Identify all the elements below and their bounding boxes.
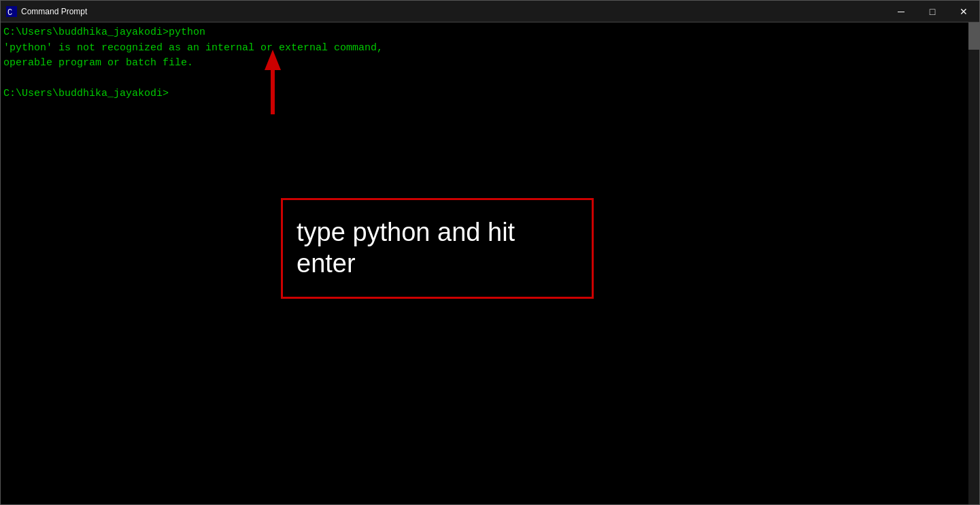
instruction-text: type python and hit enter xyxy=(297,217,578,279)
window-controls: ─ □ ✕ xyxy=(885,1,979,22)
svg-text:C: C xyxy=(7,8,12,17)
maximize-button[interactable]: □ xyxy=(917,1,948,22)
terminal-line-4 xyxy=(3,71,977,87)
window-title: Command Prompt xyxy=(21,7,974,16)
terminal-body[interactable]: C:\Users\buddhika_jayakodi>python 'pytho… xyxy=(1,22,979,504)
command-prompt-window: C Command Prompt ─ □ ✕ C:\Users\buddhika… xyxy=(0,0,980,505)
terminal-line-1: C:\Users\buddhika_jayakodi>python xyxy=(3,25,977,41)
cmd-icon: C xyxy=(6,6,17,17)
scrollbar-thumb[interactable] xyxy=(968,22,979,50)
terminal-line-2: 'python' is not recognized as an interna… xyxy=(3,41,977,56)
minimize-button[interactable]: ─ xyxy=(885,1,917,22)
close-button[interactable]: ✕ xyxy=(948,1,979,22)
terminal-line-3: operable program or batch file. xyxy=(3,56,977,71)
terminal-line-5: C:\Users\buddhika_jayakodi> xyxy=(3,86,977,102)
instruction-box: type python and hit enter xyxy=(281,198,594,299)
title-bar: C Command Prompt ─ □ ✕ xyxy=(1,1,979,22)
scrollbar[interactable] xyxy=(968,22,979,504)
